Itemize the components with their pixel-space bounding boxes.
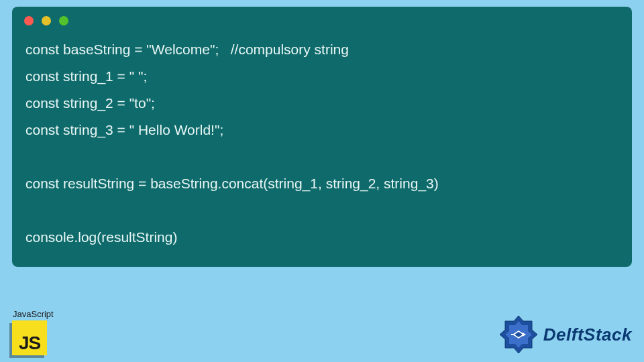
window-titlebar [12,7,632,31]
code-line: const resultString = baseString.concat(s… [25,170,619,197]
language-label: JavaScript [13,309,54,319]
minimize-icon[interactable] [42,16,51,25]
code-body: const baseString = "Welcome"; //compulso… [12,31,632,251]
code-line: const string_2 = "to"; [25,90,619,117]
language-badge: JavaScript JS [12,309,54,355]
code-line: const string_3 = " Hello World!"; [25,117,619,143]
code-line: console.log(resultString) [25,224,619,251]
code-window: const baseString = "Welcome"; //compulso… [12,7,632,267]
footer: JavaScript JS DelftStack [12,309,632,355]
brand-logo-icon [498,314,539,355]
javascript-icon: JS [12,320,47,355]
code-line: const string_1 = " "; [25,63,619,90]
close-icon[interactable] [24,16,34,25]
brand-name: DelftStack [543,324,632,345]
code-line: const baseString = "Welcome"; //compulso… [25,36,619,63]
javascript-icon-text: JS [19,333,40,354]
maximize-icon[interactable] [59,16,68,25]
code-line [25,143,619,170]
brand: DelftStack [498,314,632,355]
code-line [25,197,619,224]
